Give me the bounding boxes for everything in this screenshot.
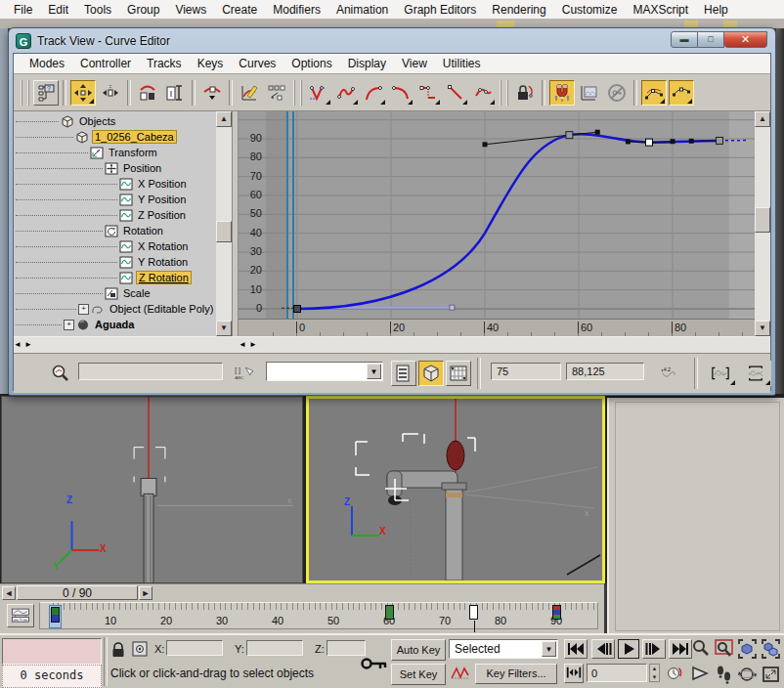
zoom-value-extents-button[interactable] <box>740 361 771 386</box>
snap-frames-button[interactable] <box>549 80 575 106</box>
zoom-extents-button[interactable] <box>737 638 758 660</box>
trackbar-key-90[interactable] <box>552 605 561 620</box>
maximize-viewport-toggle-button[interactable] <box>761 664 781 685</box>
menu-item-file[interactable]: File <box>6 1 40 19</box>
menu-item-group[interactable]: Group <box>119 1 167 19</box>
set-key-button[interactable]: Set Key <box>391 664 446 685</box>
menu-item-maxscript[interactable]: MAXScript <box>625 1 696 19</box>
curve-key-75[interactable] <box>646 139 653 146</box>
viewport-front[interactable]: x Z X Y <box>1 396 303 583</box>
move-keys-button[interactable] <box>70 80 96 106</box>
time-slider-prev-button[interactable]: ◄ <box>2 586 16 600</box>
scroll-up-icon[interactable]: ▲ <box>755 111 770 127</box>
lock-tangents-button[interactable] <box>512 80 538 106</box>
close-button[interactable]: ✕ <box>724 31 767 48</box>
curve-key-58[interactable] <box>566 132 573 139</box>
set-tangents-auto-button[interactable] <box>306 80 331 106</box>
reduce-keys-button[interactable] <box>264 80 289 106</box>
zoom-horizontal-extents-button[interactable] <box>705 361 736 386</box>
curve-key-90[interactable] <box>717 137 723 144</box>
curve-graph-panel[interactable]: 9080706050403020100 020406080 ▲ ▼ <box>239 111 770 336</box>
y-coord-field[interactable] <box>246 640 303 656</box>
tree-item-aguada[interactable]: +Aguada <box>16 317 215 332</box>
menu-item-modifiers[interactable]: Modifiers <box>265 1 328 19</box>
minimize-button[interactable]: ▬ <box>671 31 698 48</box>
track-set-dropdown[interactable]: ▼ <box>266 362 383 381</box>
zoom-extents-all-button[interactable] <box>761 638 781 660</box>
field-of-view-button[interactable] <box>690 664 711 685</box>
set-tangents-fast-button[interactable] <box>361 80 386 106</box>
list-view-button[interactable] <box>391 361 416 386</box>
maximize-button[interactable]: □ <box>698 31 724 48</box>
tree-item-position[interactable]: Position <box>16 160 215 176</box>
menu-item-modes[interactable]: Modes <box>22 55 72 72</box>
key-filters-button[interactable]: Key Filters... <box>475 664 557 684</box>
menu-item-controller[interactable]: Controller <box>72 55 139 72</box>
tree-vertical-scrollbar[interactable]: ▲ ▼ <box>216 111 232 336</box>
scroll-right-icon[interactable]: ► <box>24 340 32 349</box>
play-button[interactable] <box>618 639 639 659</box>
window-titlebar[interactable]: G Track View - Curve Editor ▬ □ ✕ <box>9 28 775 53</box>
menu-item-display[interactable]: Display <box>340 55 394 72</box>
menu-item-customize[interactable]: Customize <box>554 1 626 19</box>
set-tangents-linear-button[interactable] <box>443 80 468 106</box>
selected-key-value-field[interactable]: 88,125 <box>566 363 644 380</box>
current-frame-field[interactable]: 0 <box>587 664 647 682</box>
scroll-right-icon[interactable]: ► <box>249 340 257 349</box>
slide-keys-button[interactable] <box>98 80 123 106</box>
track-bar-ruler[interactable]: 102030405060708090 <box>39 602 598 629</box>
expand-icon[interactable]: + <box>64 320 74 330</box>
scroll-down-icon[interactable]: ▼ <box>216 321 232 336</box>
viewport-perspective-active[interactable]: x Z X <box>306 396 605 583</box>
curve-key-0[interactable] <box>294 306 301 313</box>
trackbar-key-60[interactable] <box>385 605 394 620</box>
zoom-selected-object-button[interactable] <box>48 361 73 386</box>
selection-lock-icon[interactable] <box>109 641 127 659</box>
add-keys-button[interactable] <box>199 80 225 106</box>
expand-icon[interactable]: + <box>78 304 89 315</box>
menu-item-options[interactable]: Options <box>283 55 339 72</box>
auto-key-button[interactable]: Auto Key <box>391 639 446 661</box>
draw-curves-button[interactable] <box>237 80 262 106</box>
curve-key-33[interactable] <box>450 305 455 310</box>
time-ruler[interactable]: 020406080 <box>239 319 761 336</box>
set-tangents-slow-button[interactable] <box>388 80 414 106</box>
zoom-all-button[interactable] <box>714 638 734 660</box>
scroll-up-icon[interactable]: ▲ <box>216 111 232 127</box>
tree-horizontal-scrollbar[interactable]: ◄ ► <box>14 337 239 353</box>
mini-curve-editor-button[interactable] <box>7 604 34 627</box>
tree-item-z-position[interactable]: Z Position <box>16 207 215 223</box>
tree-item-objects[interactable]: Objects <box>16 113 215 129</box>
trackbar-key-0[interactable] <box>49 605 62 628</box>
set-tangents-smooth-button[interactable] <box>470 80 496 106</box>
scroll-down-icon[interactable]: ▼ <box>755 321 770 336</box>
menu-item-tracks[interactable]: Tracks <box>139 55 190 72</box>
arc-rotate-button[interactable] <box>737 664 758 685</box>
zoom-button[interactable] <box>690 638 711 660</box>
show-all-tangents-button[interactable] <box>669 80 694 106</box>
graph-vertical-scrollbar[interactable]: ▲ ▼ <box>755 111 770 336</box>
track-set-name-field[interactable] <box>78 363 223 380</box>
dope-sheet-button[interactable] <box>446 361 471 386</box>
tree-item-x-rotation[interactable]: X Rotation <box>16 238 215 254</box>
next-frame-button[interactable] <box>642 639 666 659</box>
tree-item-z-rotation[interactable]: Z Rotation <box>16 270 215 285</box>
z-coord-field[interactable] <box>327 640 366 656</box>
tree-item-rotation[interactable]: Rotation <box>16 223 215 238</box>
trackbar-key-75[interactable] <box>469 605 478 620</box>
frame-spinner[interactable]: ▲▼ <box>649 664 660 682</box>
menu-item-edit[interactable]: Edit <box>40 1 76 19</box>
time-configuration-icon[interactable] <box>665 665 682 682</box>
tree-item-scale[interactable]: Scale <box>16 285 215 301</box>
curve-plot[interactable] <box>239 111 761 319</box>
menu-item-tools[interactable]: Tools <box>76 1 119 19</box>
menu-item-create[interactable]: Create <box>214 1 265 19</box>
maxscript-mini-listener[interactable] <box>2 638 102 665</box>
edit-track-set-button[interactable]: [ ]ABC <box>228 361 259 386</box>
selected-key-time-field[interactable]: 75 <box>491 363 561 380</box>
time-slider-next-button[interactable]: ► <box>139 586 152 600</box>
tree-item-y-position[interactable]: Y Position <box>16 192 215 207</box>
menu-item-curves[interactable]: Curves <box>231 55 283 72</box>
tree-item-transform[interactable]: Transform <box>16 145 215 160</box>
dropdown-arrow-icon[interactable]: ▼ <box>367 364 381 379</box>
